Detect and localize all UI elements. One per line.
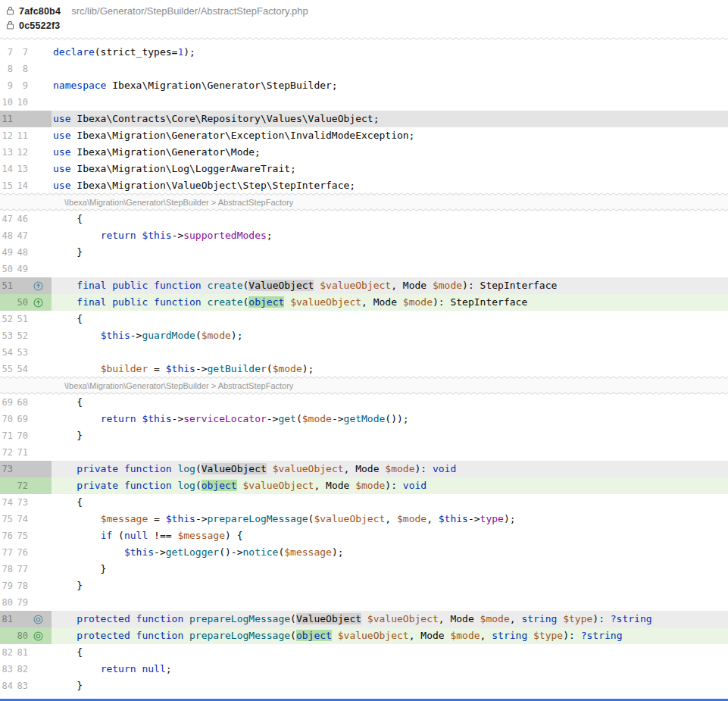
line-number-old: 76 [0, 527, 13, 544]
diff-line[interactable]: 5251 { [0, 311, 728, 327]
gutter: 7473 [0, 494, 52, 511]
line-number-new: 83 [15, 678, 28, 694]
commit-hash-b[interactable]: 0c5522f3 [19, 20, 60, 31]
overridden-icon[interactable] [33, 631, 43, 641]
commit-hash-a[interactable]: 7afc80b4 [19, 6, 61, 17]
code-line: use Ibexa\Migration\Generator\Mode; [52, 144, 728, 161]
diff-line[interactable]: 8483 } [0, 678, 728, 694]
diff-line[interactable]: 4746 { [0, 211, 728, 227]
diff-line[interactable]: 5453 [0, 344, 728, 361]
diff-header: 7afc80b4 src/lib/Generator/StepBuilder/A… [0, 0, 728, 33]
diff-line[interactable]: 81 protected function prepareLogMessage(… [0, 611, 728, 627]
diff-line[interactable]: 1211use Ibexa\Migration\Generator\Except… [0, 127, 728, 144]
overridden-icon[interactable] [33, 614, 43, 624]
diff-line[interactable]: 80 protected function prepareLogMessage(… [0, 627, 728, 644]
collapsed-region-separator[interactable]: \Ibexa\Migration\Generator\StepBuilder >… [0, 377, 728, 394]
diff-line[interactable]: 5352 $this->guardMode($mode); [0, 327, 728, 344]
gutter: 7170 [0, 427, 52, 444]
line-number-new: 79 [15, 594, 28, 611]
gutter-spacer [33, 180, 43, 191]
diff-line[interactable]: 6968 { [0, 394, 728, 411]
diff-line[interactable]: 11use Ibexa\Contracts\Core\Repository\Va… [0, 111, 728, 127]
code-line [52, 261, 728, 277]
diff-line[interactable]: 7574 $message = $this->prepareLogMessage… [0, 511, 728, 527]
breadcrumb: \Ibexa\Migration\Generator\StepBuilder >… [64, 377, 293, 394]
diff-line[interactable]: 88 [0, 61, 728, 77]
gutter: 7574 [0, 511, 52, 527]
line-number-new: 50 [15, 294, 28, 311]
diff-line[interactable]: 4948 } [0, 244, 728, 261]
line-number-old: 77 [0, 544, 13, 561]
gutter-spacer [33, 314, 43, 324]
diff-line[interactable]: 1312use Ibexa\Migration\Generator\Mode; [0, 144, 728, 161]
code-line: final public function create(object $val… [52, 294, 728, 311]
diff-line[interactable]: 72 private function log(object $valueObj… [0, 477, 728, 494]
gutter-spacer [33, 447, 43, 458]
line-number-new: 75 [15, 527, 28, 544]
diff-line[interactable]: 7978 } [0, 577, 728, 594]
diff-line[interactable]: 51 final public function create(ValueObj… [0, 277, 728, 294]
diff-line[interactable]: 8382 return null; [0, 661, 728, 678]
line-number-new: 68 [15, 394, 28, 411]
gutter-spacer [33, 247, 43, 258]
line-number-new: 77 [15, 561, 28, 577]
gutter-spacer [33, 397, 43, 408]
diff-line[interactable]: 8079 [0, 594, 728, 611]
gutter: 72 [0, 477, 52, 494]
gutter: 5049 [0, 261, 52, 277]
code-line: return null; [52, 661, 728, 678]
diff-line[interactable]: 4847 return $this->supportedModes; [0, 227, 728, 244]
diff-line[interactable]: 5049 [0, 261, 728, 277]
line-number-old: 11 [0, 111, 13, 127]
lock-icon [6, 19, 14, 33]
diff-line[interactable]: 99namespace Ibexa\Migration\Generator\St… [0, 77, 728, 94]
gutter: 99 [0, 77, 52, 94]
diff-line[interactable]: 7170 } [0, 427, 728, 444]
gutter: 51 [0, 277, 52, 294]
diff-line[interactable]: 1010 [0, 94, 728, 111]
diff-line[interactable]: 7473 { [0, 494, 728, 511]
code-line: use Ibexa\Contracts\Core\Repository\Valu… [52, 111, 728, 127]
gutter-spacer [33, 164, 43, 174]
diff-line[interactable]: 77declare(strict_types=1); [0, 44, 728, 61]
diff-line[interactable]: 7776 $this->getLogger()->notice($message… [0, 544, 728, 561]
code-line: $this->getLogger()->notice($message); [52, 544, 728, 561]
gutter: 5352 [0, 327, 52, 344]
diff-line[interactable]: 7675 if (null !== $message) { [0, 527, 728, 544]
line-number-new: 7 [15, 44, 28, 61]
line-number-new: 49 [15, 261, 28, 277]
gutter: 8483 [0, 678, 52, 694]
gutter: 7776 [0, 544, 52, 561]
collapsed-region-separator[interactable]: \Ibexa\Migration\Generator\StepBuilder >… [0, 194, 728, 211]
gutter-spacer [33, 114, 43, 124]
code-line: return $this->supportedModes; [52, 227, 728, 244]
diff-line[interactable]: 73 private function log(ValueObject $val… [0, 461, 728, 477]
gutter-spacer [33, 97, 43, 108]
line-number-new: 13 [15, 161, 28, 177]
code-line: final public function create(ValueObject… [52, 277, 728, 294]
line-number-new: 69 [15, 411, 28, 427]
gutter-spacer [33, 364, 43, 374]
diff-line[interactable]: 7877 } [0, 561, 728, 577]
code-line: } [52, 678, 728, 694]
gutter-spacer [33, 581, 43, 591]
line-number-new: 70 [15, 427, 28, 444]
line-number-new: 48 [15, 244, 28, 261]
gutter: 8281 [0, 644, 52, 661]
line-number-new: 74 [15, 511, 28, 527]
commit-row-a: 7afc80b4 src/lib/Generator/StepBuilder/A… [6, 4, 722, 18]
code-line: { [52, 394, 728, 411]
implements-icon[interactable] [33, 280, 43, 291]
diff-line[interactable]: 7069 return $this->serviceLocator->get($… [0, 411, 728, 427]
gutter-spacer [33, 147, 43, 158]
line-number-old: 52 [0, 311, 13, 327]
line-number-new: 10 [15, 94, 28, 111]
line-number-old: 49 [0, 244, 13, 261]
line-number-new: 78 [15, 577, 28, 594]
implements-icon[interactable] [33, 297, 43, 308]
diff-line[interactable]: 7271 [0, 444, 728, 461]
diff-line[interactable]: 50 final public function create(object $… [0, 294, 728, 311]
gutter-spacer [33, 64, 43, 74]
diff-line[interactable]: 1413use Ibexa\Migration\Log\LoggerAwareT… [0, 161, 728, 177]
diff-line[interactable]: 8281 { [0, 644, 728, 661]
